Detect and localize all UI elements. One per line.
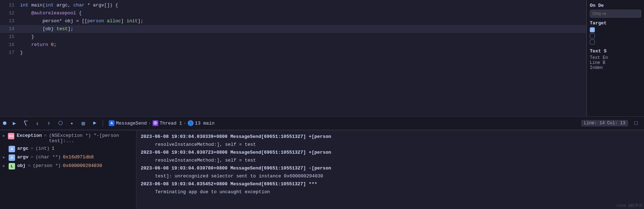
code-content: person* obj = [[person alloc] init]; <box>20 17 143 25</box>
var-badge: A <box>9 154 15 161</box>
var-type: (person *) <box>33 163 61 168</box>
thread-icon: ⦿ <box>153 120 158 126</box>
log-line-bold: 2023-06-08 19:03:04.030780+0800 MessageS… <box>141 165 640 172</box>
variable-item[interactable]: ▶ A argv = (char **) 0x16d971db8 <box>0 153 136 162</box>
variable-item[interactable]: A argc = (int) 1 <box>0 145 136 153</box>
code-line: 13 person* obj = [[person alloc] init]; <box>0 17 586 25</box>
variables-panel: ▶ Ex Exception = (NSException *) "-[pers… <box>0 130 136 209</box>
frame-icon: 👤 <box>188 120 193 126</box>
var-name: obj <box>17 163 25 168</box>
var-badge: A <box>9 146 15 152</box>
variable-item[interactable]: ▶ Ex Exception = (NSException *) "-[pers… <box>0 132 136 145</box>
checkbox[interactable] <box>590 33 595 38</box>
breadcrumb-sep-1: › <box>148 121 151 126</box>
var-name: argv <box>17 154 28 160</box>
log-entry: 2023-06-08 19:03:04.030780+0800 MessageS… <box>141 165 640 180</box>
breadcrumb-thread: Thread 1 <box>160 121 182 126</box>
var-value: 1 <box>52 146 55 151</box>
text-settings-section: Text S Text En Line B Inden <box>590 48 641 70</box>
var-type: (int) <box>36 146 50 151</box>
log-line-indent: resolveInstanceMethod:], self = test <box>141 141 640 148</box>
on-demand-section: On De <box>590 3 641 18</box>
toolbar-right: Line: 14 Col: 13 □ <box>581 118 641 128</box>
bottom-area: ▶ Ex Exception = (NSException *) "-[pers… <box>0 130 644 209</box>
status-dot <box>3 121 6 125</box>
frame-btn[interactable]: ⎔ <box>55 118 65 128</box>
threads-btn[interactable]: ▤ <box>78 118 88 128</box>
var-eq: = <box>31 146 33 151</box>
expand-icon: ▶ <box>3 134 6 138</box>
log-entry: 2023-06-08 19:03:04.035452+0800 MessageS… <box>141 181 640 196</box>
variable-item[interactable]: ▶ L obj = (person *) 0x600000294030 <box>0 162 136 171</box>
continue-btn[interactable]: ▶ <box>9 118 19 128</box>
toolbar: ▶ ⎲ ⇓ ⇑ ⎔ ✦ ▤ ► A MessageSend › ⦿ Thread… <box>0 116 644 130</box>
log-line-indent: test]: unrecognized selector sent to ins… <box>141 173 640 180</box>
code-content: return 0; <box>20 41 56 49</box>
var-name: Exception <box>17 133 42 138</box>
editor-area: 11int main(int argc, char * argv[]) {12 … <box>0 0 644 116</box>
var-eq: = <box>31 154 33 160</box>
toolbar-separator <box>103 120 103 127</box>
text-settings-title: Text S <box>590 48 641 54</box>
step-out-btn[interactable]: ⇑ <box>44 118 54 128</box>
indent-label: Inden <box>590 65 641 70</box>
target-section: Target <box>590 20 641 46</box>
line-number: 16 <box>3 42 14 47</box>
breadcrumb-app: MessageSend <box>116 121 147 126</box>
expand-icon: ▶ <box>3 164 6 168</box>
text-encoding-label: Text En <box>590 55 641 60</box>
checkbox[interactable] <box>590 27 595 32</box>
log-line-bold: 2023-06-08 19:03:04.030339+0800 MessageS… <box>141 133 640 140</box>
code-line: 15 } <box>0 33 586 41</box>
console-panel: 2023-06-08 19:03:04.030339+0800 MessageS… <box>136 130 644 209</box>
step-into-btn[interactable]: ⇓ <box>32 118 42 128</box>
log-line-indent: resolveInstanceMethod:], self = test <box>141 157 640 164</box>
code-content: [obj test]; <box>20 25 73 33</box>
var-badge: L <box>9 163 15 169</box>
code-content: } <box>20 49 23 57</box>
step-over-btn[interactable]: ⎲ <box>21 118 31 128</box>
code-lines: 11int main(int argc, char * argv[]) {12 … <box>0 0 586 58</box>
line-number: 13 <box>3 18 14 24</box>
line-number: 14 <box>3 26 14 32</box>
line-col-badge: Line: 14 Col: 13 <box>581 120 628 126</box>
on-demand-title: On De <box>590 3 641 8</box>
code-panel: 11int main(int argc, char * argv[]) {12 … <box>0 0 587 116</box>
var-name: argc <box>17 146 28 151</box>
log-line-bold: 2023-06-08 19:03:04.030723+0800 MessageS… <box>141 149 640 156</box>
line-number: 17 <box>3 50 14 55</box>
code-line: 12 @autoreleasepool { <box>0 9 586 17</box>
code-content: } <box>20 33 34 41</box>
app-icon: A <box>109 120 115 126</box>
send-btn[interactable]: ► <box>90 118 100 128</box>
var-type: (NSException *) "-[person test]:... <box>49 133 131 144</box>
code-line: 16 return 0; <box>0 41 586 49</box>
only-resources-input[interactable] <box>590 10 641 18</box>
breadcrumb-sep-2: › <box>183 121 186 126</box>
layout-btn[interactable]: □ <box>631 118 641 128</box>
line-break-label: Line B <box>590 60 641 65</box>
code-line: 17} <box>0 49 586 57</box>
inspect-btn[interactable]: ✦ <box>67 118 77 128</box>
checkbox[interactable] <box>590 40 595 45</box>
expand-icon: ▶ <box>3 155 6 159</box>
line-number: 15 <box>3 34 14 40</box>
var-value: 0x16d971db8 <box>63 154 94 160</box>
var-value: 0x600000294030 <box>63 163 102 168</box>
right-panel: On De Target Text S Text En Line B Inden <box>587 0 644 116</box>
checkbox-row <box>590 27 641 32</box>
breadcrumb: A MessageSend › ⦿ Thread 1 › 👤 13 main <box>109 120 214 126</box>
breadcrumb-frame: 13 main <box>195 121 215 126</box>
var-eq: = <box>28 163 31 168</box>
code-content: @autoreleasepool { <box>20 9 82 17</box>
checkbox-row <box>590 40 641 45</box>
line-number: 11 <box>3 3 14 8</box>
checkbox-row <box>590 33 641 38</box>
var-type: (char **) <box>36 154 61 160</box>
line-number: 12 <box>3 10 14 16</box>
log-entry: 2023-06-08 19:03:04.030339+0800 MessageS… <box>141 133 640 148</box>
checkbox-list <box>590 27 641 45</box>
code-content: int main(int argc, char * argv[]) { <box>20 1 118 9</box>
code-line: 11int main(int argc, char * argv[]) { <box>0 1 586 9</box>
code-line: 14 [obj test]; <box>0 25 586 33</box>
